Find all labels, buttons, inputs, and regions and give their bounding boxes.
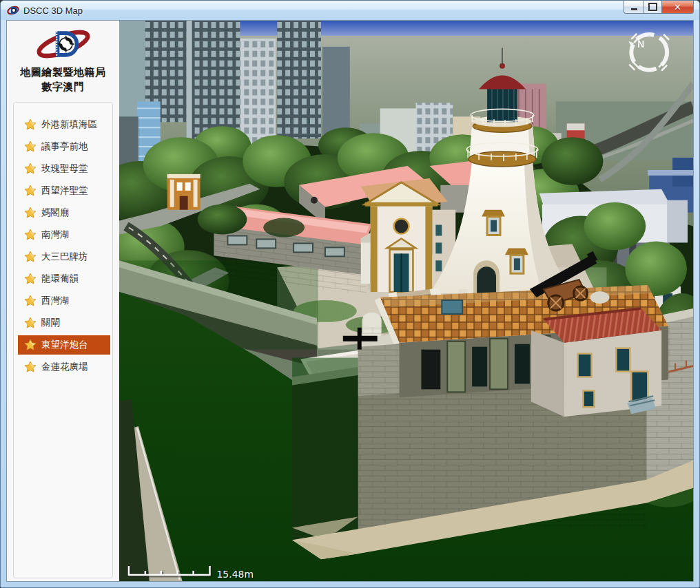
app-icon (7, 5, 19, 16)
minimize-icon (631, 8, 637, 10)
sidebar-item-label: 西灣湖 (41, 295, 70, 307)
sidebar-item-label: 東望洋炮台 (41, 339, 88, 351)
sidebar: 地圖繪製暨地籍局 數字澳門 外港新填海區 議事亭前地 玫瑰聖母堂 西望洋聖堂 (7, 21, 119, 581)
star-icon (24, 162, 37, 175)
compass-north-label: N (637, 39, 644, 50)
sidebar-list: 外港新填海區 議事亭前地 玫瑰聖母堂 西望洋聖堂 媽閣廟 南灣湖 (13, 102, 113, 578)
sidebar-item-label: 大三巴牌坊 (41, 251, 88, 263)
star-icon (24, 118, 37, 131)
sidebar-item-label: 西望洋聖堂 (41, 185, 88, 197)
star-icon (24, 185, 37, 197)
map-3d-viewport[interactable]: N 15.48m (119, 21, 693, 581)
star-icon (24, 251, 37, 263)
scale-label: 15.48m (216, 569, 254, 580)
star-icon (24, 207, 37, 219)
sidebar-item[interactable]: 外港新填海區 (18, 115, 110, 134)
sidebar-item[interactable]: 關閘 (18, 313, 110, 333)
maximize-icon (648, 3, 657, 11)
sidebar-item-label: 玫瑰聖母堂 (41, 162, 88, 175)
star-icon (24, 295, 37, 307)
star-icon (24, 229, 37, 241)
agency-logo: 地圖繪製暨地籍局 數字澳門 (7, 21, 119, 94)
close-icon: ✕ (674, 3, 681, 12)
sidebar-item[interactable]: 東望洋炮台 (18, 335, 110, 355)
sidebar-item[interactable]: 金蓮花廣場 (18, 357, 110, 377)
sidebar-item[interactable]: 龍環葡韻 (18, 269, 110, 288)
dscc-logo-icon (34, 26, 92, 62)
star-icon (24, 339, 37, 351)
star-icon (24, 273, 37, 285)
sidebar-item[interactable]: 西望洋聖堂 (18, 181, 110, 200)
window-title: DSCC 3D Map (23, 6, 83, 16)
maximize-button[interactable] (644, 1, 662, 14)
minimize-button[interactable] (624, 1, 644, 14)
agency-name: 地圖繪製暨地籍局 (7, 65, 119, 79)
star-icon (24, 361, 37, 373)
app-window: DSCC 3D Map ✕ 地圖繪製暨地籍局 數 (0, 0, 700, 588)
product-name: 數字澳門 (7, 79, 119, 94)
colonial-house (167, 174, 200, 210)
sidebar-item-label: 金蓮花廣場 (41, 361, 88, 373)
sidebar-item-label: 南灣湖 (41, 229, 70, 241)
sidebar-item[interactable]: 玫瑰聖母堂 (18, 159, 110, 178)
sidebar-item[interactable]: 大三巴牌坊 (18, 247, 110, 266)
star-icon (24, 140, 37, 153)
sidebar-item-label: 媽閣廟 (41, 207, 70, 219)
sidebar-item-label: 議事亭前地 (41, 140, 88, 153)
star-icon (24, 317, 37, 329)
red-roof-house (531, 308, 661, 417)
close-button[interactable]: ✕ (662, 1, 694, 14)
sidebar-item[interactable]: 西灣湖 (18, 291, 110, 311)
sidebar-item[interactable]: 媽閣廟 (18, 203, 110, 222)
sidebar-item-label: 關閘 (41, 317, 60, 329)
sidebar-item-label: 龍環葡韻 (41, 273, 79, 285)
sidebar-item-label: 外港新填海區 (41, 118, 97, 131)
title-bar[interactable]: DSCC 3D Map ✕ (1, 1, 699, 20)
sidebar-item[interactable]: 南灣湖 (18, 225, 110, 244)
sidebar-item[interactable]: 議事亭前地 (18, 137, 110, 156)
